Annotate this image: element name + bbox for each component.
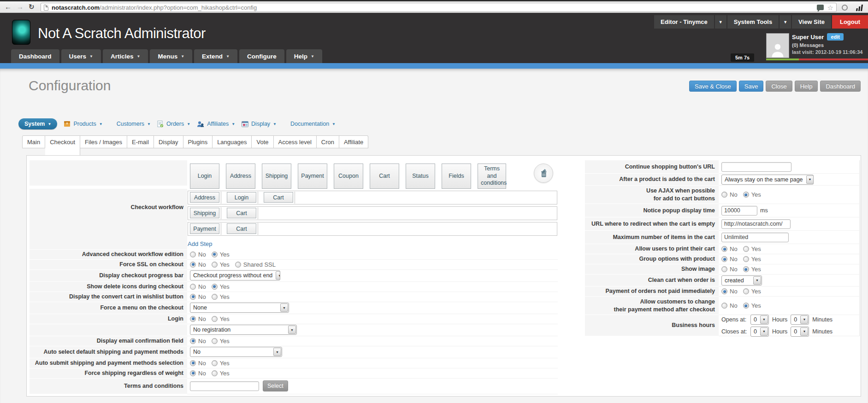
tab-plugins[interactable]: Plugins (183, 135, 213, 148)
palette-address[interactable]: Address (226, 164, 255, 189)
tab-checkout[interactable]: Checkout (45, 135, 80, 155)
user-messages[interactable]: (0) Messages (792, 42, 824, 48)
topbar-button-editor-tinymce[interactable]: Editor - Tinymce (654, 15, 714, 29)
input-maximum-number-of-items-in-the-cart[interactable] (721, 233, 789, 242)
palette-cart[interactable]: Cart (370, 164, 399, 189)
tab-display[interactable]: Display (154, 135, 183, 148)
radio-yes[interactable] (743, 266, 749, 272)
step-cart[interactable]: Cart (264, 192, 293, 203)
barchart-extension-icon[interactable] (856, 5, 863, 11)
topbar-button-system-tools[interactable]: System Tools (727, 15, 779, 29)
input-url-where-to-redirect-when-the-cart-is-empty[interactable] (721, 219, 791, 229)
nav-item-users[interactable]: Users▼ (61, 49, 101, 63)
palette-fields[interactable]: Fields (442, 164, 471, 189)
nav-item-help[interactable]: Help▼ (286, 49, 322, 63)
save-close-button[interactable]: Save & Close (689, 81, 737, 92)
select-clean-cart-when-order-is[interactable]: created▼ (721, 275, 762, 286)
radio-no[interactable] (190, 316, 196, 322)
select-auto-select-default-shipping-and-payment-methods[interactable]: No▼ (190, 347, 282, 357)
profile-icon[interactable] (842, 5, 848, 11)
edit-user-button[interactable]: edit (827, 33, 844, 41)
url-bar[interactable]: notascratch.com/administrator/index.php?… (41, 3, 837, 12)
topbar-caret-editor-tinymce[interactable]: ▼ (715, 15, 726, 29)
hikamenu-products[interactable]: Products▼ (64, 121, 102, 127)
workflow-step-row[interactable]: AddressLoginCart (188, 191, 557, 204)
topbar-button-view-site[interactable]: View Site (792, 15, 831, 29)
step-cart[interactable]: Cart (227, 223, 256, 234)
nav-item-dashboard[interactable]: Dashboard (11, 49, 59, 63)
workflow-step-row[interactable]: ShippingCart (188, 206, 557, 220)
radio-no[interactable] (721, 288, 727, 294)
radio-yes[interactable] (212, 360, 218, 366)
palette-coupon[interactable]: Coupon (334, 164, 363, 189)
save-button[interactable]: Save (739, 81, 764, 92)
radio-yes[interactable] (743, 256, 749, 262)
bookmark-star-icon[interactable]: ☆ (827, 4, 833, 11)
input-terms-and-conditions[interactable] (190, 381, 259, 391)
radio-yes[interactable] (212, 316, 218, 322)
tab-affiliate[interactable]: Affiliate (339, 135, 368, 148)
tab-languages[interactable]: Languages (213, 135, 252, 148)
forward-icon[interactable]: → (17, 3, 24, 11)
radio-no[interactable] (190, 284, 196, 290)
select-closes-at-minutes[interactable]: 0▼ (791, 327, 809, 337)
close-button[interactable]: Close (766, 81, 792, 92)
radio-yes[interactable] (212, 251, 218, 257)
delete-drop-zone[interactable] (534, 164, 553, 183)
radio-no[interactable] (190, 370, 196, 376)
nav-item-articles[interactable]: Articles▼ (103, 49, 148, 63)
tab-access-level[interactable]: Access level (274, 135, 317, 148)
reload-icon[interactable]: ↻ (29, 3, 35, 11)
hikamenu-documentation[interactable]: Documentation▼ (290, 121, 336, 127)
help-button[interactable]: Help (795, 81, 818, 92)
select-force-a-menu-on-the-checkout[interactable]: None▼ (190, 303, 289, 313)
nav-item-extend[interactable]: Extend▼ (194, 49, 237, 63)
radio-yes[interactable] (212, 262, 218, 268)
radio-yes[interactable] (743, 288, 749, 294)
radio-yes[interactable] (212, 370, 218, 376)
input-notice-popup-display-time[interactable] (721, 206, 757, 216)
palette-shipping[interactable]: Shipping (262, 164, 291, 189)
hikamenu-display[interactable]: Display▼ (242, 121, 277, 127)
hikamenu-affiliates[interactable]: Affiliates▼ (197, 121, 235, 127)
radio-no[interactable] (190, 251, 196, 257)
radio-yes[interactable] (212, 294, 218, 300)
tab-e-mail[interactable]: E-mail (127, 135, 154, 148)
back-icon[interactable]: ← (5, 3, 12, 11)
topbar-caret-system-tools[interactable]: ▼ (779, 15, 791, 29)
url-text[interactable]: notascratch.com/administrator/index.php?… (52, 4, 257, 11)
nav-item-menus[interactable]: Menus▼ (150, 49, 192, 63)
hikamenu-customers[interactable]: Customers▼ (117, 121, 151, 127)
select-display-checkout-progress-bar[interactable]: Checkout progress without end▼ (190, 270, 280, 280)
tab-cron[interactable]: Cron (317, 135, 339, 148)
radio-no[interactable] (721, 192, 727, 198)
radio-yes[interactable] (743, 303, 749, 309)
step-payment[interactable]: Payment (190, 223, 219, 234)
radio-yes[interactable] (212, 338, 218, 344)
select-no-registration[interactable]: No registration▼ (190, 325, 297, 335)
radio-no[interactable] (190, 262, 196, 268)
radio-yes[interactable] (212, 284, 218, 290)
palette-terms-and-conditions[interactable]: Terms and conditions (478, 164, 506, 189)
radio-no[interactable] (721, 246, 727, 252)
workflow-step-row[interactable]: PaymentCart (188, 222, 557, 236)
nav-item-configure[interactable]: Configure (239, 49, 284, 63)
select-file-button[interactable]: Select (263, 380, 288, 391)
step-address[interactable]: Address (190, 192, 219, 203)
tab-main[interactable]: Main (22, 135, 45, 148)
palette-login[interactable]: Login (190, 164, 219, 189)
palette-payment[interactable]: Payment (298, 164, 327, 189)
radio-no[interactable] (190, 338, 196, 344)
radio-no[interactable] (721, 303, 727, 309)
input-continue-shopping-button-s-url[interactable] (721, 162, 791, 172)
palette-status[interactable]: Status (406, 164, 435, 189)
dashboard-button[interactable]: Dashboard (820, 81, 861, 92)
radio-no[interactable] (721, 266, 727, 272)
step-login[interactable]: Login (227, 192, 256, 203)
extension-flag-icon[interactable] (817, 5, 824, 10)
step-cart[interactable]: Cart (227, 208, 256, 218)
tab-files-images[interactable]: Files / Images (80, 135, 127, 148)
select-opens-at-hours[interactable]: 0▼ (750, 315, 769, 325)
step-shipping[interactable]: Shipping (190, 208, 219, 218)
radio-no[interactable] (190, 294, 196, 300)
